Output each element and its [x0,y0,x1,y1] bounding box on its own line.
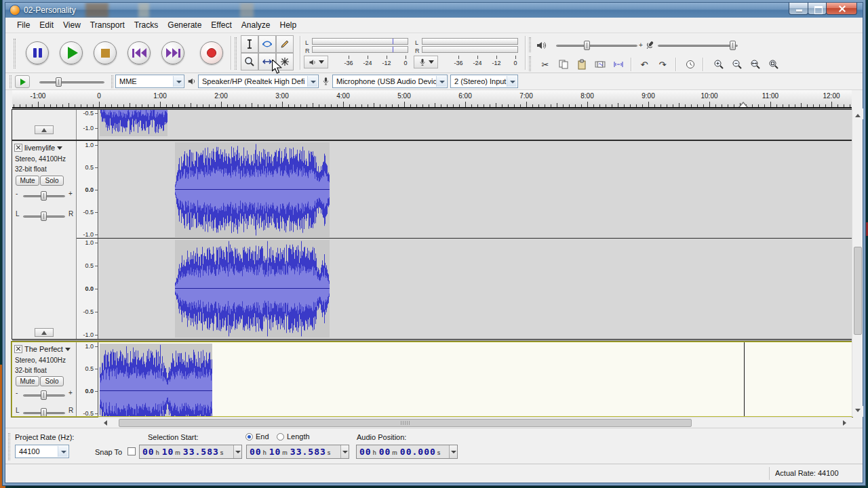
horizontal-scrollbar[interactable] [98,417,852,428]
gain-slider[interactable] [41,390,47,400]
waveform-display[interactable] [99,110,852,140]
time-digits[interactable]: 00 [379,447,391,457]
draw-tool-button[interactable] [276,35,294,53]
waveform-clip[interactable] [175,240,330,338]
selection-tool-button[interactable] [241,35,258,53]
track-name-button[interactable]: livemylife [24,143,75,152]
project-rate-select[interactable]: 44100 [15,445,69,458]
selection-toolbar-grip[interactable] [8,433,10,460]
paste-button[interactable] [574,57,590,72]
output-volume-track[interactable] [556,45,637,47]
snap-to-checkbox[interactable] [127,447,136,455]
selection-start-field[interactable]: 00h10m33.583s [139,445,242,459]
close-button[interactable] [826,3,857,15]
transport-toolbar-grip[interactable] [14,39,16,68]
menu-help[interactable]: Help [275,18,302,32]
title-bar[interactable]: 02-Personality [5,3,863,18]
pan-slider[interactable] [41,211,47,221]
mute-button[interactable]: Mute [16,376,39,386]
playback-meter-menu-button[interactable] [304,56,328,68]
vertical-scrollbar[interactable] [852,108,863,417]
menu-edit[interactable]: Edit [35,18,58,32]
zoom-out-button[interactable] [729,57,745,72]
waveform-clip[interactable] [100,344,212,416]
vertical-scale-ruler[interactable]: 1.00.50.0-0.5-1.01.00.50.0-0.5-1.0 [77,141,98,339]
trim-audio-button[interactable] [592,57,608,72]
audio-host-select[interactable]: MME [115,75,184,88]
track-collapse-button[interactable] [35,125,54,134]
time-digits[interactable]: 10 [162,447,174,457]
menu-generate[interactable]: Generate [163,18,206,32]
play-speed-track[interactable] [39,81,104,83]
selection-end-field[interactable]: 00h10m33.583s [246,445,349,459]
playback-device-select[interactable]: Speaker/HP (Realtek High Defi [198,75,319,88]
track-close-button[interactable] [14,144,22,152]
stop-button[interactable] [94,41,117,64]
timefield-dropdown-arrow[interactable] [233,445,241,458]
menu-tracks[interactable]: Tracks [130,18,163,32]
waveform-clip[interactable] [175,142,330,237]
track-collapse-button[interactable] [35,328,54,337]
menu-view[interactable]: View [58,18,85,32]
solo-button[interactable]: Solo [40,176,64,186]
horizontal-scroll-thumb[interactable] [119,419,692,427]
device-toolbar-grip[interactable] [111,75,113,88]
length-radio[interactable]: Length [277,432,310,441]
playback-meter[interactable]: L R -36-24-120 [302,35,411,71]
track-control-panel[interactable]: livemylife Stereo, 44100Hz 32-bit float … [12,141,77,339]
vertical-scroll-thumb[interactable] [854,247,862,335]
pan-slider[interactable] [41,408,47,416]
waveform-display[interactable] [99,141,852,339]
transcription-toolbar-grip[interactable] [9,75,12,88]
fit-project-button[interactable] [766,57,782,72]
track-close-button[interactable] [14,345,22,353]
timefield-dropdown-arrow[interactable] [449,445,457,458]
play-speed-slider[interactable] [56,77,62,87]
time-digits[interactable]: 00 [359,447,372,457]
recording-channels-select[interactable]: 2 (Stereo) Input C [450,75,518,88]
zoom-in-button[interactable] [711,57,727,72]
end-radio[interactable]: End [245,432,269,441]
time-digits[interactable]: 00.000 [400,447,436,457]
audio-position-field[interactable]: 00h00m00.000s [356,445,458,459]
solo-button[interactable]: Solo [40,376,64,386]
input-volume-slider[interactable] [730,41,736,50]
zoom-tool-button[interactable] [241,53,258,70]
redo-button[interactable]: ↷ [654,57,671,72]
play-button[interactable] [60,41,83,64]
recording-device-select[interactable]: Microphone (USB Audio Device [332,75,448,88]
timefield-dropdown-arrow[interactable] [340,445,349,458]
time-digits[interactable]: 00 [250,447,262,457]
menu-transport[interactable]: Transport [85,18,130,32]
scroll-up-button[interactable] [852,108,863,119]
scroll-down-button[interactable] [852,406,863,417]
skip-to-start-button[interactable] [127,41,151,64]
mixer-toolbar-grip[interactable] [529,37,531,52]
waveform-display[interactable] [99,342,852,416]
recording-meter-menu-button[interactable] [414,56,438,68]
scroll-left-button[interactable] [98,418,110,428]
time-digits[interactable]: 33.583 [290,447,326,457]
tools-toolbar-grip[interactable] [235,37,237,70]
edit-toolbar-grip[interactable] [529,56,531,71]
recording-meter[interactable]: L R -36-24-120 [412,35,521,71]
track-name-button[interactable]: The Perfect [24,344,75,354]
fit-selection-button[interactable] [747,57,764,72]
menu-analyze[interactable]: Analyze [237,18,275,32]
silence-audio-button[interactable] [610,57,627,72]
envelope-tool-button[interactable] [258,35,276,53]
mute-button[interactable]: Mute [16,176,39,186]
gain-slider[interactable] [41,191,47,201]
waveform-clip[interactable] [100,110,167,136]
menu-effect[interactable]: Effect [206,18,236,32]
input-volume-track[interactable] [658,45,738,47]
minimize-button[interactable] [789,3,808,15]
record-button[interactable] [200,41,223,64]
skip-to-end-button[interactable] [161,41,184,64]
sync-lock-button[interactable] [682,57,698,72]
menu-file[interactable]: File [12,18,35,32]
pause-button[interactable] [26,41,49,64]
timeline-ruler[interactable]: -1:0001:002:003:004:005:006:007:008:009:… [12,90,852,108]
track-control-panel[interactable]: The Perfect Stereo, 44100Hz 32-bit float… [12,342,77,416]
vertical-scale-ruler[interactable]: 1.00.50.0-0.5-1.0 [77,342,98,416]
